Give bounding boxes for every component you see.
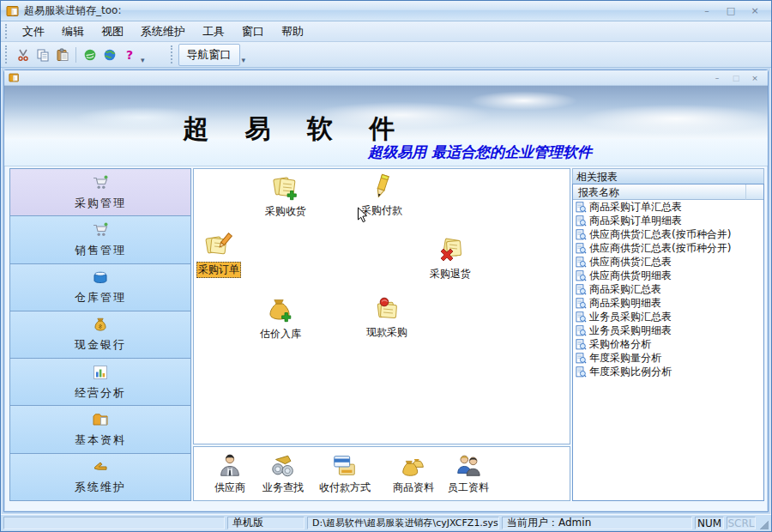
sidebar-item-仓库管理[interactable]: 仓库管理 (10, 264, 190, 311)
sidebar-item-采购管理[interactable]: 采购管理 (10, 169, 190, 216)
paste-button[interactable] (52, 45, 72, 64)
close-button[interactable]: × (744, 4, 766, 18)
shortcut-采购订单[interactable]: 采购订单 (193, 231, 251, 278)
toolbar-overflow-chevron-icon[interactable]: ▾ (140, 56, 148, 64)
report-row[interactable]: 年度采购比例分析 (573, 365, 763, 378)
shortcut-采购收货[interactable]: 采购收货 (253, 173, 318, 219)
toolbar-grip-2 (171, 45, 175, 63)
status-database-path: D:\超易软件\超易服装进销存\cyJXCFZ1.sys (307, 517, 499, 529)
report-label: 商品采购订单汇总表 (589, 200, 682, 215)
report-row[interactable]: 供应商供货汇总表(按币种合并) (573, 227, 763, 241)
title-bar: 超易服装进销存_too: –□× (1, 1, 771, 21)
menu-item[interactable]: 视图 (93, 21, 132, 42)
chart-icon (92, 364, 109, 381)
status-current-user: 当前用户：Admin (502, 517, 692, 529)
child-minimize-button[interactable]: – (709, 72, 726, 83)
sidebar-item-系统维护[interactable]: 系统维护 (10, 454, 190, 500)
maximize-button[interactable]: □ (720, 4, 742, 18)
quick-item-员工资料[interactable]: 员工资料 (434, 452, 503, 495)
report-row[interactable]: 商品采购订单明细表 (573, 214, 763, 227)
report-row[interactable]: 供应商供货汇总表 (573, 255, 763, 269)
menu-item[interactable]: 文件 (14, 21, 53, 42)
report-row[interactable]: 业务员采购明细表 (573, 323, 763, 337)
sidebar-item-label: 系统维护 (75, 480, 126, 495)
report-icon (576, 339, 587, 350)
menu-item[interactable]: 帮助 (273, 21, 312, 42)
resize-grip[interactable] (758, 517, 769, 529)
child-window: –□× 超 易 软 件 超级易用 最适合您的企业管理软件 采购管理销售管理仓库管… (3, 70, 769, 512)
cut-button[interactable] (13, 45, 33, 64)
reports-list: 报表名称 商品采购订单汇总表商品采购订单明细表供应商供货汇总表(按币种合并)供应… (572, 184, 764, 501)
report-row[interactable]: 商品采购明细表 (573, 296, 763, 310)
report-label: 供应商供货汇总表(按币种合并) (589, 227, 731, 242)
svg-text:?: ? (125, 48, 132, 62)
report-label: 业务员采购明细表 (589, 323, 672, 338)
report-row[interactable]: 供应商供货汇总表(按币种分开) (573, 241, 763, 255)
report-row[interactable]: 商品采购汇总表 (573, 282, 763, 296)
sidebar-item-label: 销售管理 (75, 243, 126, 258)
child-maximize-button[interactable]: □ (727, 72, 745, 83)
sidebar-item-现金银行[interactable]: 现金银行 (10, 311, 190, 359)
child-window-icon (9, 72, 20, 83)
report-icon (576, 202, 587, 213)
person-icon (216, 452, 244, 480)
navigation-window-label: 导航窗口 (187, 47, 232, 63)
shortcut-label: 采购退货 (430, 267, 471, 281)
web-button[interactable] (80, 45, 100, 64)
report-icon (576, 353, 587, 364)
report-name-column[interactable]: 报表名称 (573, 184, 746, 200)
doc-seal-icon (372, 294, 401, 323)
menu-item[interactable]: 系统维护 (132, 21, 194, 42)
quick-item-label: 员工资料 (448, 481, 489, 495)
cart-icon (92, 221, 109, 239)
help-icon: ? (123, 48, 136, 62)
menu-item[interactable]: 编辑 (53, 21, 93, 42)
report-row[interactable]: 采购价格分析 (573, 337, 763, 351)
window-title: 超易服装进销存_too: (24, 3, 691, 18)
menu-item[interactable]: 工具 (194, 21, 233, 42)
report-row[interactable]: 年度采购量分析 (573, 351, 763, 365)
moneybag-icon (92, 316, 109, 333)
doc-x-icon (436, 236, 465, 265)
status-scroll-lock: SCRL (727, 517, 756, 529)
shortcut-现款采购[interactable]: 现款采购 (354, 294, 419, 340)
navigation-window-button[interactable]: 导航窗口 (178, 44, 240, 66)
report-row[interactable]: 供应商供货明细表 (573, 269, 763, 282)
report-column-filler (746, 184, 763, 200)
sidebar-item-label: 经营分析 (75, 385, 126, 401)
goldbag-icon (400, 452, 427, 480)
sidebar: 采购管理销售管理仓库管理现金银行经营分析基本资料系统维护 (9, 168, 191, 501)
sidebar-item-label: 现金银行 (75, 337, 126, 353)
copy-button[interactable] (33, 45, 52, 64)
report-row[interactable]: 商品采购订单汇总表 (573, 200, 763, 214)
report-icon (576, 325, 587, 336)
shortcut-area: 采购收货采购付款采购订单采购退货估价入库现款采购 (193, 168, 570, 444)
menu-item[interactable]: 窗口 (233, 21, 273, 42)
sidebar-item-销售管理[interactable]: 销售管理 (10, 216, 190, 263)
hand-icon (92, 458, 109, 475)
sidebar-item-基本资料[interactable]: 基本资料 (10, 406, 190, 453)
quick-item-收付款方式[interactable]: 收付款方式 (311, 452, 379, 495)
report-label: 采购价格分析 (589, 337, 651, 352)
menu-items: 文件编辑视图系统维护工具窗口帮助 (14, 21, 312, 42)
quick-item-业务查找[interactable]: 业务查找 (249, 452, 317, 495)
report-label: 业务员采购汇总表 (589, 310, 672, 324)
doc-pencil-icon (204, 231, 233, 260)
toolbar-overflow-chevron-2-icon[interactable]: ▾ (241, 56, 249, 64)
sidebar-item-经营分析[interactable]: 经营分析 (10, 359, 190, 406)
child-title-bar: –□× (4, 70, 768, 86)
web-icon (83, 48, 97, 62)
shortcut-采购退货[interactable]: 采购退货 (418, 236, 483, 281)
help-button[interactable]: ? (119, 45, 139, 64)
reports-column-header[interactable]: 报表名称 (573, 184, 763, 200)
shortcut-估价入库[interactable]: 估价入库 (248, 296, 313, 342)
globe-button[interactable] (100, 45, 119, 64)
brand-title: 超 易 软 件 (183, 112, 408, 147)
toolbar-separator (75, 47, 76, 63)
app-window: 超易服装进销存_too: –□× 文件编辑视图系统维护工具窗口帮助 ? ▾ 导航… (0, 0, 772, 532)
minimize-button[interactable]: – (696, 4, 718, 18)
report-row[interactable]: 业务员采购汇总表 (573, 310, 763, 323)
quick-item-label: 收付款方式 (319, 481, 371, 495)
child-close-button[interactable]: × (746, 72, 763, 83)
globe-icon (103, 48, 117, 62)
